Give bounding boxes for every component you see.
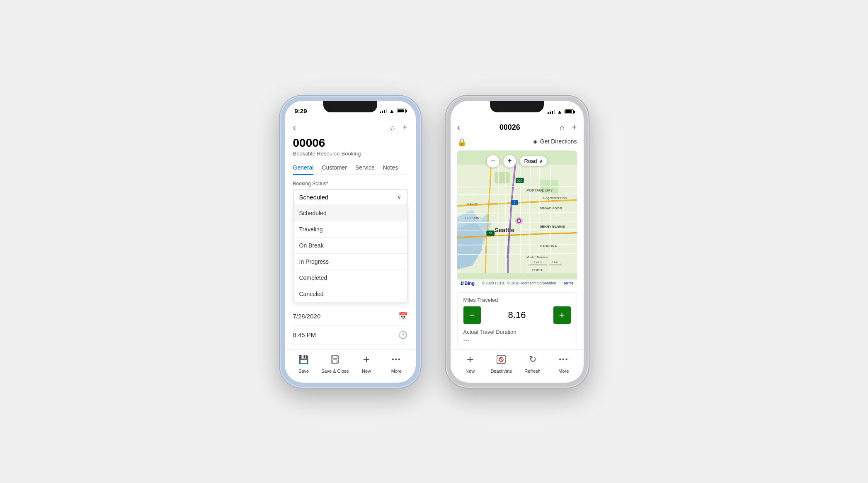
new-icon-left: + <box>359 352 374 367</box>
tab-service[interactable]: Service <box>355 162 375 175</box>
save-icon: 💾 <box>296 352 311 367</box>
svg-rect-0 <box>331 356 339 363</box>
app-content-left: ‹ ⌕ + 00006 Bookable Resource Booking Ge… <box>285 119 416 350</box>
time-value: 8:45 PM <box>293 331 316 338</box>
new-label-right: New <box>466 369 475 374</box>
more-label-right: More <box>558 369 569 374</box>
svg-point-38 <box>518 219 520 221</box>
get-directions-button[interactable]: ◈ Get Directions <box>533 136 577 148</box>
deactivate-button[interactable]: Deactivate <box>489 352 514 374</box>
dropdown-item-traveling[interactable]: Traveling <box>293 221 407 238</box>
more-icon-left: ••• <box>389 352 404 367</box>
bottom-bar-left: 💾 Save Save & Close + New <box>285 350 416 383</box>
dropdown-item-canceled[interactable]: Canceled <box>293 286 407 302</box>
more-label-left: More <box>391 369 402 374</box>
tab-customer[interactable]: Customer <box>322 162 347 175</box>
more-button-right[interactable]: ••• More <box>551 352 576 374</box>
map-copyright: © 2020 HERE, © 2020 Microsoft Corporatio… <box>482 281 556 285</box>
map-svg: PORTAGE BAY Edgewater Park N ANNE BROADM… <box>457 150 577 287</box>
map-controls: − + Road ∨ <box>486 155 547 168</box>
zoom-in-button[interactable]: + <box>503 155 516 168</box>
get-directions-label: Get Directions <box>540 138 577 145</box>
signal-icon <box>380 109 387 113</box>
svg-text:MADRONA: MADRONA <box>539 244 557 248</box>
save-close-button[interactable]: Save & Close <box>321 352 349 374</box>
more-button-left[interactable]: ••• More <box>384 352 409 374</box>
save-button[interactable]: 💾 Save <box>291 352 316 374</box>
refresh-button[interactable]: ↻ Refresh <box>520 352 545 374</box>
time-field[interactable]: 8:45 PM 🕐 <box>293 326 407 345</box>
app-header-left: ‹ ⌕ + <box>293 119 407 135</box>
more-icon-right: ••• <box>556 352 571 367</box>
refresh-icon: ↻ <box>525 352 540 367</box>
dropdown-menu: Scheduled Traveling On Break In Progress… <box>293 205 407 302</box>
miles-plus-button[interactable]: + <box>553 306 571 324</box>
right-phone: ▲ ‹ 00026 ⌕ + <box>446 96 589 388</box>
record-subtitle-left: Bookable Resource Booking <box>293 150 407 157</box>
lock-icon: 🔒 <box>457 138 466 147</box>
map-type-label: Road <box>524 158 537 164</box>
scene: 9:29 ▲ ‹ <box>263 79 605 404</box>
wifi-icon-right: ▲ <box>557 109 563 115</box>
svg-text:99: 99 <box>489 231 492 235</box>
map-type-button[interactable]: Road ∨ <box>519 156 547 166</box>
search-icon-right[interactable]: ⌕ <box>560 123 565 132</box>
save-label: Save <box>298 369 309 374</box>
travel-duration-label: Actual Travel Duration <box>463 329 571 335</box>
map-type-chevron: ∨ <box>539 158 543 164</box>
tab-general[interactable]: General <box>293 162 314 175</box>
calendar-icon: 📅 <box>398 312 407 321</box>
header-icons-right: ⌕ + <box>560 123 577 132</box>
clock-icon: 🕐 <box>398 330 407 340</box>
map-container: PORTAGE BAY Edgewater Park N ANNE BROADM… <box>457 150 577 287</box>
status-time: 9:29 <box>295 107 307 114</box>
bing-logo: 𝓑 Bing <box>461 281 475 286</box>
battery-icon-right <box>565 109 574 114</box>
date-value: 7/28/2020 <box>293 313 321 320</box>
date-field[interactable]: 7/28/2020 📅 <box>293 307 407 326</box>
travel-duration-value: --- <box>463 337 571 344</box>
back-button-right[interactable]: ‹ <box>457 122 460 133</box>
status-icons: ▲ <box>380 108 406 114</box>
dropdown-value: Scheduled <box>299 194 329 201</box>
dropdown-item-scheduled[interactable]: Scheduled <box>293 205 407 221</box>
dropdown-item-on-break[interactable]: On Break <box>293 238 407 254</box>
map-terms-link[interactable]: Terms <box>563 281 574 285</box>
svg-text:1 km: 1 km <box>552 260 558 263</box>
status-icons-right: ▲ <box>548 109 574 115</box>
svg-text:Yesler Terrace: Yesler Terrace <box>526 255 548 259</box>
tabs-left: General Customer Service Notes <box>293 162 407 175</box>
svg-text:Edgewater Park: Edgewater Park <box>543 196 567 200</box>
map-footer: 𝓑 Bing © 2020 HERE, © 2020 Microsoft Cor… <box>457 279 577 287</box>
notch <box>323 101 377 112</box>
miles-value: 8.16 <box>481 310 553 320</box>
add-icon-left[interactable]: + <box>402 123 407 132</box>
dropdown-select[interactable]: Scheduled ∨ <box>293 189 407 205</box>
new-button-right[interactable]: + New <box>458 352 482 374</box>
tab-notes[interactable]: Notes <box>383 162 398 175</box>
zoom-out-button[interactable]: − <box>486 155 499 168</box>
svg-text:BROADMOOR: BROADMOOR <box>539 206 562 210</box>
booking-status-dropdown: Scheduled ∨ Scheduled Traveling On Break… <box>293 189 407 302</box>
app-content-right: ‹ 00026 ⌕ + 🔒 ◈ Get Directions <box>451 119 584 350</box>
miles-minus-button[interactable]: − <box>463 306 481 324</box>
dropdown-item-in-progress[interactable]: In Progress <box>293 254 407 270</box>
record-id-left: 00006 <box>293 136 407 150</box>
record-id-right: 00026 <box>499 123 520 132</box>
add-icon-right[interactable]: + <box>572 123 577 132</box>
back-button-left[interactable]: ‹ <box>293 122 296 133</box>
svg-text:N ANNE: N ANNE <box>466 202 478 206</box>
miles-control: − 8.16 + <box>463 306 571 324</box>
svg-text:520: 520 <box>517 178 522 182</box>
left-phone: 9:29 ▲ ‹ <box>280 96 421 388</box>
dropdown-item-completed[interactable]: Completed <box>293 270 407 286</box>
battery-icon <box>397 109 406 113</box>
refresh-label: Refresh <box>524 369 541 374</box>
svg-text:PORTAGE BAY: PORTAGE BAY <box>526 188 553 192</box>
map-background: PORTAGE BAY Edgewater Park N ANNE BROADM… <box>457 150 577 287</box>
new-label-left: New <box>362 369 371 374</box>
chevron-down-icon: ∨ <box>397 194 401 200</box>
new-button-left[interactable]: + New <box>354 352 379 374</box>
wifi-icon: ▲ <box>389 108 395 114</box>
search-icon-left[interactable]: ⌕ <box>390 123 395 132</box>
